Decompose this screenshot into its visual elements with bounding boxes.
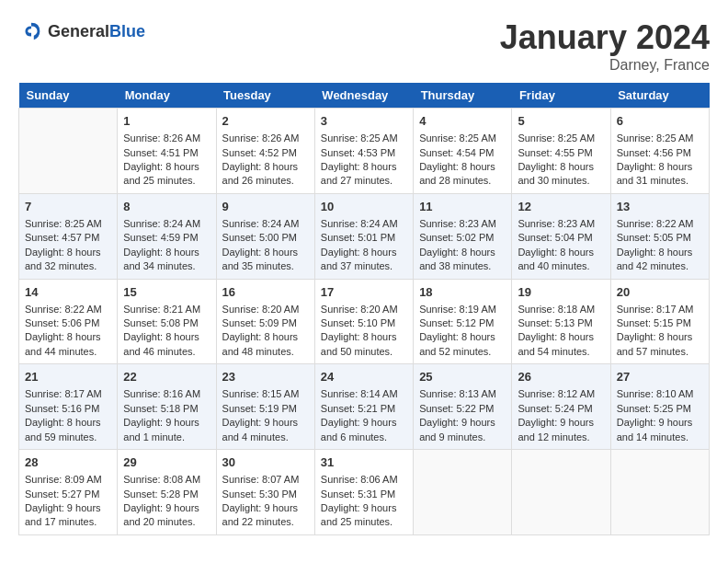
calendar-header-row: SundayMondayTuesdayWednesdayThursdayFrid…	[19, 83, 710, 109]
day-details: Sunrise: 8:08 AMSunset: 5:28 PMDaylight:…	[123, 473, 210, 530]
day-details: Sunrise: 8:18 AMSunset: 5:13 PMDaylight:…	[518, 303, 604, 360]
calendar-day-cell: 10Sunrise: 8:24 AMSunset: 5:01 PMDayligh…	[314, 193, 413, 279]
day-number: 11	[419, 199, 506, 215]
day-number: 1	[123, 113, 210, 130]
logo-blue: Blue	[109, 22, 145, 41]
calendar-day-cell: 1Sunrise: 8:26 AMSunset: 4:51 PMDaylight…	[118, 109, 216, 194]
day-number: 15	[123, 284, 210, 301]
calendar-day-cell: 20Sunrise: 8:17 AMSunset: 5:15 PMDayligh…	[610, 279, 709, 364]
calendar-day-cell: 15Sunrise: 8:21 AMSunset: 5:08 PMDayligh…	[118, 279, 216, 364]
day-number: 22	[123, 369, 210, 385]
calendar-day-cell: 21Sunrise: 8:17 AMSunset: 5:16 PMDayligh…	[19, 364, 118, 450]
calendar-day-cell: 24Sunrise: 8:14 AMSunset: 5:21 PMDayligh…	[314, 364, 413, 450]
calendar-day-cell: 26Sunrise: 8:12 AMSunset: 5:24 PMDayligh…	[512, 364, 610, 450]
day-details: Sunrise: 8:20 AMSunset: 5:09 PMDaylight:…	[222, 303, 309, 360]
calendar-day-cell: 27Sunrise: 8:10 AMSunset: 5:25 PMDayligh…	[610, 364, 709, 450]
day-number: 29	[123, 454, 210, 471]
logo-general: General	[48, 22, 109, 41]
day-details: Sunrise: 8:19 AMSunset: 5:12 PMDaylight:…	[419, 303, 506, 360]
day-details: Sunrise: 8:10 AMSunset: 5:25 PMDaylight:…	[617, 387, 703, 444]
day-number: 20	[617, 284, 703, 301]
day-details: Sunrise: 8:17 AMSunset: 5:15 PMDaylight:…	[617, 303, 703, 360]
day-details: Sunrise: 8:26 AMSunset: 4:52 PMDaylight:…	[222, 132, 309, 189]
title-block: January 2024 Darney, France	[500, 18, 710, 74]
calendar-day-cell: 25Sunrise: 8:13 AMSunset: 5:22 PMDayligh…	[414, 364, 512, 450]
day-details: Sunrise: 8:21 AMSunset: 5:08 PMDaylight:…	[123, 303, 210, 360]
calendar-day-cell: 17Sunrise: 8:20 AMSunset: 5:10 PMDayligh…	[314, 279, 413, 364]
calendar-week-row: 14Sunrise: 8:22 AMSunset: 5:06 PMDayligh…	[19, 279, 710, 364]
location: Darney, France	[500, 57, 710, 74]
logo-text: General Blue	[48, 22, 145, 41]
day-number: 23	[222, 369, 309, 385]
day-details: Sunrise: 8:16 AMSunset: 5:18 PMDaylight:…	[123, 387, 210, 444]
day-details: Sunrise: 8:25 AMSunset: 4:53 PMDaylight:…	[321, 132, 407, 189]
day-of-week-header: Friday	[512, 83, 610, 109]
calendar-day-cell: 29Sunrise: 8:08 AMSunset: 5:28 PMDayligh…	[118, 450, 216, 535]
day-number: 6	[617, 113, 703, 130]
day-details: Sunrise: 8:22 AMSunset: 5:05 PMDaylight:…	[617, 217, 703, 274]
day-details: Sunrise: 8:24 AMSunset: 5:00 PMDaylight:…	[222, 217, 309, 274]
day-of-week-header: Monday	[118, 83, 216, 109]
calendar-day-cell: 4Sunrise: 8:25 AMSunset: 4:54 PMDaylight…	[414, 109, 512, 194]
day-number: 8	[123, 199, 210, 215]
calendar-table: SundayMondayTuesdayWednesdayThursdayFrid…	[18, 83, 710, 535]
day-number: 4	[419, 113, 506, 130]
calendar-day-cell: 9Sunrise: 8:24 AMSunset: 5:00 PMDaylight…	[216, 193, 314, 279]
day-details: Sunrise: 8:09 AMSunset: 5:27 PMDaylight:…	[25, 473, 111, 530]
day-of-week-header: Wednesday	[314, 83, 413, 109]
day-details: Sunrise: 8:23 AMSunset: 5:02 PMDaylight:…	[419, 217, 506, 274]
page-header: General Blue January 2024 Darney, France	[18, 18, 710, 74]
calendar-day-cell: 6Sunrise: 8:25 AMSunset: 4:56 PMDaylight…	[610, 109, 709, 194]
day-number: 17	[321, 284, 407, 301]
calendar-day-cell	[610, 450, 709, 535]
logo-icon	[18, 18, 44, 44]
day-number: 2	[222, 113, 309, 130]
day-number: 7	[25, 199, 111, 215]
day-number: 26	[518, 369, 604, 385]
day-number: 25	[419, 369, 506, 385]
day-number: 16	[222, 284, 309, 301]
calendar-day-cell: 2Sunrise: 8:26 AMSunset: 4:52 PMDaylight…	[216, 109, 314, 194]
calendar-day-cell: 19Sunrise: 8:18 AMSunset: 5:13 PMDayligh…	[512, 279, 610, 364]
calendar-day-cell: 22Sunrise: 8:16 AMSunset: 5:18 PMDayligh…	[118, 364, 216, 450]
day-details: Sunrise: 8:06 AMSunset: 5:31 PMDaylight:…	[321, 473, 407, 530]
calendar-day-cell	[414, 450, 512, 535]
calendar-week-row: 7Sunrise: 8:25 AMSunset: 4:57 PMDaylight…	[19, 193, 710, 279]
calendar-week-row: 1Sunrise: 8:26 AMSunset: 4:51 PMDaylight…	[19, 109, 710, 194]
calendar-day-cell: 12Sunrise: 8:23 AMSunset: 5:04 PMDayligh…	[512, 193, 610, 279]
day-details: Sunrise: 8:13 AMSunset: 5:22 PMDaylight:…	[419, 387, 506, 444]
day-number: 3	[321, 113, 407, 130]
calendar-day-cell: 30Sunrise: 8:07 AMSunset: 5:30 PMDayligh…	[216, 450, 314, 535]
day-of-week-header: Sunday	[19, 83, 118, 109]
calendar-day-cell: 11Sunrise: 8:23 AMSunset: 5:02 PMDayligh…	[414, 193, 512, 279]
day-details: Sunrise: 8:25 AMSunset: 4:57 PMDaylight:…	[25, 217, 111, 274]
day-details: Sunrise: 8:07 AMSunset: 5:30 PMDaylight:…	[222, 473, 309, 530]
day-number: 12	[518, 199, 604, 215]
day-details: Sunrise: 8:25 AMSunset: 4:55 PMDaylight:…	[518, 132, 604, 189]
day-of-week-header: Thursday	[414, 83, 512, 109]
calendar-day-cell: 7Sunrise: 8:25 AMSunset: 4:57 PMDaylight…	[19, 193, 118, 279]
day-number: 13	[617, 199, 703, 215]
day-details: Sunrise: 8:24 AMSunset: 5:01 PMDaylight:…	[321, 217, 407, 274]
day-of-week-header: Tuesday	[216, 83, 314, 109]
day-number: 30	[222, 454, 309, 471]
calendar-week-row: 28Sunrise: 8:09 AMSunset: 5:27 PMDayligh…	[19, 450, 710, 535]
day-number: 28	[25, 454, 111, 471]
month-year: January 2024	[500, 18, 710, 57]
day-number: 31	[321, 454, 407, 471]
day-details: Sunrise: 8:20 AMSunset: 5:10 PMDaylight:…	[321, 303, 407, 360]
day-number: 14	[25, 284, 111, 301]
day-details: Sunrise: 8:22 AMSunset: 5:06 PMDaylight:…	[25, 303, 111, 360]
day-details: Sunrise: 8:14 AMSunset: 5:21 PMDaylight:…	[321, 387, 407, 444]
day-number: 9	[222, 199, 309, 215]
calendar-day-cell: 31Sunrise: 8:06 AMSunset: 5:31 PMDayligh…	[314, 450, 413, 535]
day-details: Sunrise: 8:25 AMSunset: 4:56 PMDaylight:…	[617, 132, 703, 189]
day-of-week-header: Saturday	[610, 83, 709, 109]
day-number: 18	[419, 284, 506, 301]
day-details: Sunrise: 8:23 AMSunset: 5:04 PMDaylight:…	[518, 217, 604, 274]
calendar-day-cell: 28Sunrise: 8:09 AMSunset: 5:27 PMDayligh…	[19, 450, 118, 535]
calendar-day-cell	[512, 450, 610, 535]
day-details: Sunrise: 8:25 AMSunset: 4:54 PMDaylight:…	[419, 132, 506, 189]
day-number: 10	[321, 199, 407, 215]
calendar-week-row: 21Sunrise: 8:17 AMSunset: 5:16 PMDayligh…	[19, 364, 710, 450]
